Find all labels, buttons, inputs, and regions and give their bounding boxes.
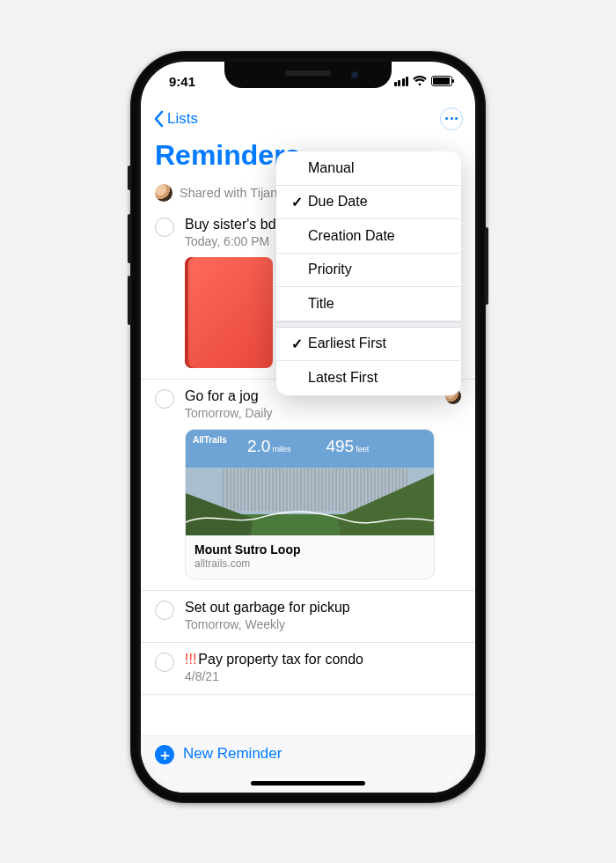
volume-up-button[interactable] xyxy=(128,214,131,263)
link-card[interactable]: AllTrails 2.0miles 495feet Mount Sutro L… xyxy=(185,429,435,579)
priority-indicator: !!! xyxy=(185,652,196,667)
sort-menu: ✓Manual ✓Due Date ✓Creation Date ✓Priori… xyxy=(276,151,461,395)
phone-frame: 9:41 Lists xyxy=(130,51,486,803)
avatar xyxy=(155,184,172,202)
chevron-left-icon xyxy=(153,110,164,128)
bottom-bar: ＋ New Reminder xyxy=(141,736,475,793)
menu-separator xyxy=(276,321,461,328)
reminder-title: Pay property tax for condo xyxy=(198,652,363,667)
complete-toggle[interactable] xyxy=(155,218,174,237)
nav-bar: Lists xyxy=(141,100,475,137)
status-time: 9:41 xyxy=(169,74,195,89)
reminder-subtitle: Tomorrow, Daily xyxy=(185,406,435,420)
mute-switch[interactable] xyxy=(128,166,131,190)
battery-icon xyxy=(431,76,452,86)
home-indicator[interactable] xyxy=(251,781,365,786)
sort-direction-latest[interactable]: ✓Latest First xyxy=(276,361,461,395)
complete-toggle[interactable] xyxy=(155,601,174,620)
back-button[interactable]: Lists xyxy=(153,110,198,128)
sort-direction-earliest[interactable]: ✓Earliest First xyxy=(276,328,461,362)
link-source: alltrails.com xyxy=(194,557,425,570)
attachment-thumbnail[interactable] xyxy=(185,257,273,368)
link-title: Mount Sutro Loop xyxy=(194,542,425,557)
complete-toggle[interactable] xyxy=(155,653,174,672)
sort-option-manual[interactable]: ✓Manual xyxy=(276,151,461,186)
shared-with-label: Shared with Tijana xyxy=(180,186,284,200)
more-button[interactable] xyxy=(440,107,463,130)
sort-option-due-date[interactable]: ✓Due Date xyxy=(276,186,461,220)
list-item[interactable]: Go for a jog Tomorrow, Daily AllTrails 2… xyxy=(141,380,475,591)
link-card-image: AllTrails 2.0miles 495feet xyxy=(186,430,434,535)
link-brand: AllTrails xyxy=(193,435,227,445)
sort-option-priority[interactable]: ✓Priority xyxy=(276,254,461,288)
list-item[interactable]: !!!Pay property tax for condo 4/8/21 xyxy=(141,643,475,695)
reminder-subtitle: Tomorrow, Weekly xyxy=(185,617,461,631)
complete-toggle[interactable] xyxy=(155,389,174,409)
list-item[interactable]: Set out garbage for pickup Tomorrow, Wee… xyxy=(141,591,475,643)
reminder-subtitle: 4/8/21 xyxy=(185,669,461,683)
notch xyxy=(224,62,392,88)
cellular-icon xyxy=(394,77,409,86)
wifi-icon xyxy=(413,76,427,86)
back-label: Lists xyxy=(167,110,198,128)
volume-down-button[interactable] xyxy=(128,276,131,325)
link-stats: 2.0miles 495feet xyxy=(247,437,369,456)
reminder-title: Set out garbage for pickup xyxy=(185,600,461,616)
power-button[interactable] xyxy=(485,227,488,305)
new-reminder-button[interactable]: New Reminder xyxy=(183,745,282,763)
add-icon[interactable]: ＋ xyxy=(155,745,174,764)
screen: 9:41 Lists xyxy=(141,62,475,793)
sort-option-title[interactable]: ✓Title xyxy=(276,287,461,321)
sort-option-creation-date[interactable]: ✓Creation Date xyxy=(276,219,461,254)
